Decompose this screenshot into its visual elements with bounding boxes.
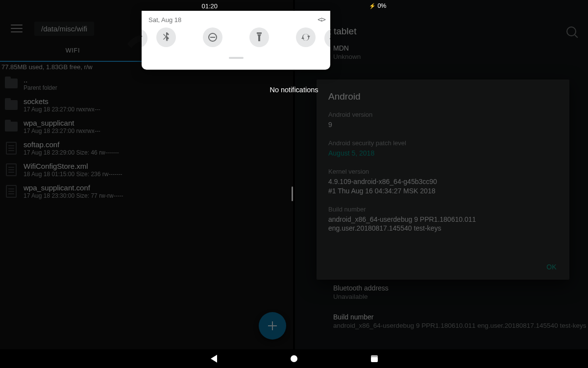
nav-home-button[interactable] [291,355,297,362]
dialog-label: Android version [328,111,558,118]
settings-row-bt[interactable]: Bluetooth address Unavailable [333,284,588,300]
file-meta: 17 Aug 18 23:30:00 Size: 77 rw-rw----- [24,192,123,200]
settings-value: android_x86_64-userdebug 9 PPR1.180610.0… [333,322,588,329]
status-time: 01:20 [202,2,218,10]
file-name: sockets [24,97,100,106]
settings-label: Bluetooth address [333,284,588,292]
settings-app: About tablet MDN Unknown Bluetooth addre… [295,0,588,349]
file-name: softap.conf [24,140,119,149]
file-row[interactable]: sockets 17 Aug 18 23:27:00 rwxrwx--- [0,94,294,116]
expand-icon[interactable]: <·> [318,16,324,24]
dialog-value: 4.9.109-android-x86_64-g45b3cc90 #1 Thu … [328,177,558,196]
file-name: .. [24,76,57,84]
qs-tile-rotate[interactable] [296,27,316,47]
battery-percent: 0% [377,2,386,9]
dialog-label: Android security patch level [328,139,558,147]
shade-date: Sat, Aug 18 [148,16,181,24]
dialog-value: August 5, 2018 [328,149,558,158]
file-name: WifiConfigStore.xml [24,162,122,171]
file-row[interactable]: wpa_supplicant 17 Aug 18 23:27:00 rwxrwx… [0,116,294,137]
storage-info: 77.85MB used, 1.83GB free, r/w [1,63,93,71]
settings-label: Build number [333,313,588,321]
file-meta: 17 Aug 18 23:29:00 Size: 46 rw------- [24,149,119,157]
qs-tile-flashlight[interactable] [249,27,269,47]
file-icon [4,184,19,199]
settings-row-mdn[interactable]: MDN Unknown [333,44,588,60]
file-row[interactable]: softap.conf 17 Aug 18 23:29:00 Size: 46 … [0,137,294,159]
file-icon [4,162,19,177]
qs-tile-bluetooth[interactable] [156,27,176,47]
file-row[interactable]: wpa_supplicant.conf 17 Aug 18 23:30:00 S… [0,181,294,202]
file-meta: 18 Aug 18 01:15:00 Size: 236 rw------- [24,171,122,178]
split-handle-icon[interactable] [292,186,293,201]
status-bar: 01:20 ⚡ 0% [0,0,588,11]
tab-active-indicator [0,61,146,62]
path-display[interactable]: /data/misc/wifi [34,22,94,36]
settings-value: Unknown [333,53,588,60]
settings-label: MDN [333,44,588,52]
status-battery: ⚡ 0% [369,2,386,9]
dialog-title: Android [317,79,569,108]
search-icon[interactable] [566,26,576,36]
fab-add-button[interactable] [259,312,286,340]
notification-shade[interactable]: Sat, Aug 18 <·> [142,11,330,70]
file-meta: 17 Aug 18 23:27:00 rwxrwx--- [24,128,100,135]
nav-bar [0,349,588,368]
qs-tile-dnd[interactable] [203,27,222,47]
android-info-dialog: Android Android version 9 Android securi… [317,79,569,280]
dialog-value: 9 [328,120,558,130]
settings-header: About tablet [295,19,588,44]
file-icon [4,141,19,156]
dialog-label: Build number [328,206,558,213]
dialog-row-patch[interactable]: Android security patch level August 5, 2… [328,139,558,158]
file-name: wpa_supplicant [24,119,100,128]
shade-drag-handle-icon[interactable] [229,57,244,59]
nav-recent-button[interactable] [371,355,378,362]
file-meta: 17 Aug 18 23:27:00 rwxrwx--- [24,106,100,113]
settings-value: Unavailable [333,293,588,300]
dialog-ok-button[interactable]: OK [539,258,564,276]
folder-icon [4,119,19,134]
dialog-label: Kernel version [328,168,558,175]
svg-rect-1 [210,37,215,38]
menu-icon[interactable] [11,23,23,34]
nav-back-button[interactable] [211,355,217,363]
no-notifications-label: No notifications [0,86,588,94]
settings-row-build[interactable]: Build number android_x86_64-userdebug 9 … [333,313,588,329]
file-name: wpa_supplicant.conf [24,184,123,192]
dialog-row-version[interactable]: Android version 9 [328,111,558,130]
file-row[interactable]: WifiConfigStore.xml 18 Aug 18 01:15:00 S… [0,159,294,181]
charging-icon: ⚡ [369,3,376,9]
dialog-value: android_x86_64-userdebug 9 PPR1.180610.0… [328,215,558,234]
folder-icon [4,98,19,112]
tab-wifi[interactable]: WIFI [0,42,146,54]
dialog-row-kernel[interactable]: Kernel version 4.9.109-android-x86_64-g4… [328,168,558,196]
dialog-row-build[interactable]: Build number android_x86_64-userdebug 9 … [328,206,558,234]
dialog-content: Android version 9 Android security patch… [317,108,569,254]
